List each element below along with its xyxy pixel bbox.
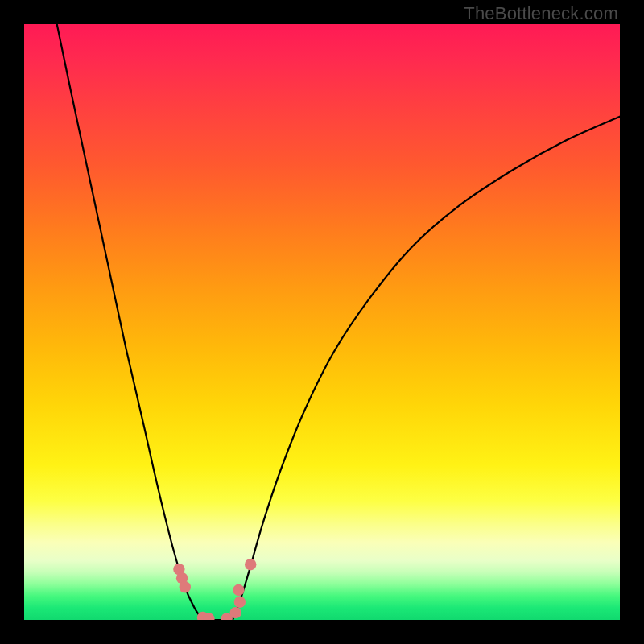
series-curve-right [233, 117, 620, 620]
chart-curves [57, 24, 620, 620]
watermark-text: TheBottleneck.com [464, 3, 618, 24]
chart-markers [173, 559, 256, 620]
data-marker [245, 559, 256, 570]
chart-svg [24, 24, 620, 620]
data-marker [233, 584, 244, 596]
data-marker [234, 597, 246, 608]
data-marker [180, 581, 191, 592]
data-marker [230, 607, 242, 618]
series-curve-left [57, 24, 203, 620]
outer-frame: TheBottleneck.com [0, 0, 644, 644]
plot-area [24, 24, 620, 620]
